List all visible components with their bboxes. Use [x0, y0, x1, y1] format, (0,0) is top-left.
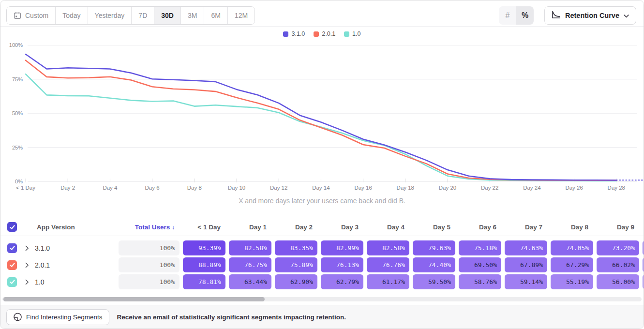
x-axis-tick-label: Day 24	[523, 185, 541, 191]
date-range-label: 3M	[188, 12, 197, 19]
legend-item-1.0[interactable]: 1.0	[344, 30, 360, 37]
date-range-yesterday[interactable]: Yesterday	[88, 7, 132, 24]
retention-cell[interactable]: 78.81%	[183, 274, 225, 289]
retention-cell[interactable]: 74.05%	[551, 240, 593, 255]
retention-cell[interactable]: 74.63%	[505, 240, 547, 255]
chart-caption: X and more days later your users came ba…	[0, 197, 644, 205]
expand-row-chevron-icon[interactable]	[25, 245, 29, 251]
toolbar: CustomTodayYesterday7D30D3M6M12M #% Rete…	[0, 0, 644, 27]
select-all-checkbox[interactable]	[7, 222, 17, 232]
column-header-day: Day 2	[275, 224, 317, 231]
table-row-3.1.0: 3.1.0100%93.39%82.58%83.35%82.99%82.58%7…	[0, 239, 644, 256]
retention-cell[interactable]: 74.40%	[413, 257, 455, 272]
absolute-numbers-toggle[interactable]: #	[499, 6, 516, 25]
expand-row-chevron-icon[interactable]	[25, 279, 29, 285]
retention-cell[interactable]: 75.18%	[459, 240, 501, 255]
date-range-label: Today	[62, 12, 80, 19]
app-version-label: 3.1.0	[35, 244, 50, 252]
date-range-12m[interactable]: 12M	[228, 7, 255, 24]
chart-type-label: Retention Curve	[565, 12, 619, 19]
horizontal-scrollbar-thumb[interactable]	[3, 297, 265, 301]
y-axis-tick-label: 50%	[12, 110, 23, 116]
retention-cell[interactable]: 59.14%	[505, 274, 547, 289]
retention-cell[interactable]: 76.76%	[367, 257, 409, 272]
retention-cell[interactable]: 61.17%	[367, 274, 409, 289]
retention-cell[interactable]: 93.39%	[183, 240, 225, 255]
total-users-cell: 100%	[119, 257, 180, 272]
retention-cell[interactable]: 62.79%	[321, 274, 363, 289]
retention-cell[interactable]: 56.00%	[597, 274, 639, 289]
table-row-2.0.1: 2.0.1100%88.89%76.75%75.89%76.13%76.76%7…	[0, 256, 644, 273]
series-line-2.0.1[interactable]	[26, 60, 616, 180]
row-checkbox[interactable]	[7, 243, 17, 253]
retention-cell[interactable]: 67.89%	[505, 257, 547, 272]
x-axis-tick-label: Day 28	[608, 185, 625, 191]
row-checkbox[interactable]	[7, 260, 17, 270]
date-range-label: Yesterday	[95, 12, 125, 19]
x-axis-tick-label: Day 20	[439, 185, 456, 191]
legend-item-2.0.1[interactable]: 2.0.1	[314, 30, 335, 37]
retention-cell[interactable]: 69.50%	[459, 257, 501, 272]
column-header-day: Day 5	[413, 224, 455, 231]
column-header-total-users[interactable]: Total Users ↓	[119, 224, 180, 231]
x-axis-tick-label: < 1 Day	[16, 185, 35, 191]
find-interesting-segments-button[interactable]: Find Interesting Segments	[6, 309, 109, 325]
x-axis-tick-label: Day 16	[354, 185, 372, 191]
retention-cell[interactable]: 59.50%	[413, 274, 455, 289]
date-range-3m[interactable]: 3M	[181, 7, 204, 24]
legend-swatch	[283, 31, 288, 37]
percentage-toggle[interactable]: %	[516, 6, 534, 25]
segments-button-label: Find Interesting Segments	[26, 314, 103, 321]
date-range-custom[interactable]: Custom	[7, 7, 56, 24]
date-range-6m[interactable]: 6M	[204, 7, 227, 24]
horizontal-scrollbar-track[interactable]	[2, 297, 642, 301]
date-range-label: 6M	[211, 12, 220, 19]
retention-cell[interactable]: 63.44%	[229, 274, 271, 289]
retention-cell[interactable]: 58.76%	[459, 274, 501, 289]
footer-message: Receive an email of statistically signif…	[117, 314, 346, 321]
total-users-cell: 100%	[119, 240, 180, 255]
retention-cell[interactable]: 55.19%	[551, 274, 593, 289]
series-line-3.1.0[interactable]	[26, 54, 616, 180]
total-users-label: Total Users	[135, 224, 172, 231]
y-axis-tick-label: 25%	[12, 145, 23, 150]
retention-cell[interactable]: 83.35%	[275, 240, 317, 255]
retention-cell[interactable]: 67.29%	[551, 257, 593, 272]
retention-cell[interactable]: 66.02%	[597, 257, 639, 272]
x-axis-tick-label: Day 10	[228, 185, 245, 191]
column-header-day: Day 8	[551, 224, 593, 231]
date-range-label: 7D	[138, 12, 147, 19]
retention-cell[interactable]: 73.20%	[597, 240, 639, 255]
column-header-day: Day 9	[597, 224, 639, 231]
date-range-today[interactable]: Today	[56, 7, 88, 24]
table-row-1.0: 1.0100%78.81%63.44%62.90%62.79%61.17%59.…	[0, 273, 644, 290]
date-range-label: 12M	[235, 12, 248, 19]
retention-cell[interactable]: 88.89%	[183, 257, 225, 272]
x-axis-tick-label: Day 18	[397, 185, 414, 191]
retention-cell[interactable]: 76.13%	[321, 257, 363, 272]
total-users-cell: 100%	[119, 274, 180, 289]
retention-cell[interactable]: 62.90%	[275, 274, 317, 289]
retention-curve-icon	[552, 11, 561, 20]
value-format-toggle: #%	[499, 6, 534, 25]
chart-type-dropdown[interactable]: Retention Curve	[544, 6, 636, 25]
retention-cell[interactable]: 79.63%	[413, 240, 455, 255]
row-checkbox[interactable]	[7, 277, 17, 287]
date-range-label: Custom	[25, 12, 48, 19]
app-version-label: 2.0.1	[35, 261, 50, 269]
retention-cell[interactable]: 82.58%	[367, 240, 409, 255]
legend-label: 2.0.1	[322, 30, 335, 37]
y-axis-tick-label: 100%	[9, 42, 23, 48]
legend-item-3.1.0[interactable]: 3.1.0	[283, 30, 305, 37]
expand-row-chevron-icon[interactable]	[25, 262, 29, 268]
date-range-selector: CustomTodayYesterday7D30D3M6M12M	[6, 6, 255, 25]
x-axis-tick-label: Day 4	[103, 185, 118, 191]
retention-cell[interactable]: 76.75%	[229, 257, 271, 272]
date-range-7d[interactable]: 7D	[132, 7, 154, 24]
date-range-label: 30D	[161, 12, 174, 19]
retention-cell[interactable]: 82.58%	[229, 240, 271, 255]
retention-cell[interactable]: 75.89%	[275, 257, 317, 272]
date-range-30d[interactable]: 30D	[154, 7, 181, 24]
legend-swatch	[314, 31, 319, 37]
retention-cell[interactable]: 82.99%	[321, 240, 363, 255]
